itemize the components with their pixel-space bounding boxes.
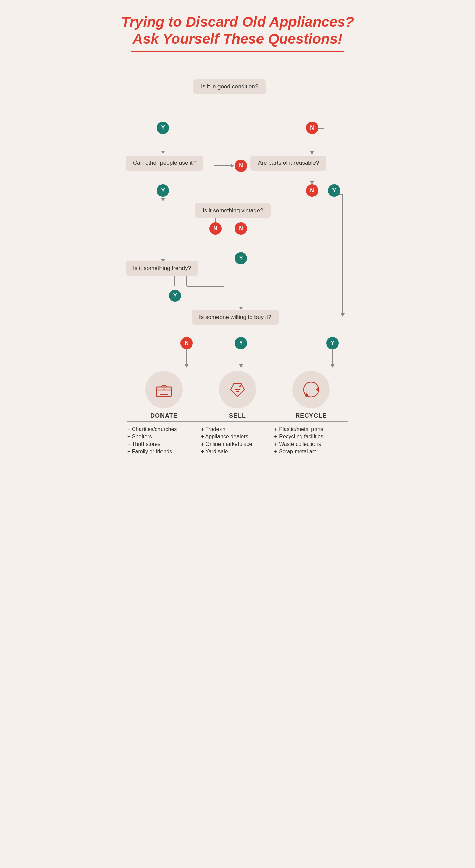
q2-mid-no-label: N <box>235 160 247 172</box>
q2-right-yes-label: Y <box>328 184 340 197</box>
q3-left-no-label: N <box>209 222 222 235</box>
q4-label: Is it something trendy? <box>126 261 198 276</box>
q2-mid-no-badge: N <box>235 160 247 172</box>
flowchart: Is it in good condition? Y N Can other p… <box>119 69 356 364</box>
q4-yes-label: Y <box>169 290 181 302</box>
q3-right-no-badge: N <box>235 222 247 235</box>
svg-marker-34 <box>330 364 335 368</box>
q2-left-yes-label: Y <box>157 184 169 197</box>
q5-no-badge: N <box>180 337 193 349</box>
q1-yes-badge: Y <box>157 122 169 134</box>
q5-label: Is someone willing to buy it? <box>192 310 279 325</box>
q5-yes-mid-label: Y <box>235 337 247 349</box>
q1-no-badge: N <box>306 122 318 134</box>
q2-right-no-badge: N <box>306 184 318 197</box>
svg-marker-17 <box>239 307 243 310</box>
title-divider <box>131 51 344 52</box>
q3-label: Is it something vintage? <box>195 203 271 218</box>
q5-no-label: N <box>180 337 193 349</box>
q1-no-label: N <box>306 122 318 134</box>
svg-marker-32 <box>239 364 243 368</box>
q3-right-no-label: N <box>235 222 247 235</box>
svg-marker-30 <box>185 364 189 368</box>
svg-marker-36 <box>231 164 234 168</box>
title-section: Trying to Discard Old Appliances? Ask Yo… <box>119 14 356 52</box>
svg-marker-38 <box>310 151 314 155</box>
q5-yes-right-badge: Y <box>326 337 339 349</box>
q3-box: Is it something vintage? <box>195 203 271 218</box>
q3-left-no-badge: N <box>209 222 222 235</box>
title-line2: Ask Yourself These Questions! <box>119 31 356 47</box>
q2-right-no-label: N <box>306 184 318 197</box>
title-line1: Trying to Discard Old Appliances? <box>119 14 356 31</box>
q2-left-label: Can other people use it? <box>126 156 203 171</box>
q5-yes-right-label: Y <box>326 337 339 349</box>
q1-yes-label: Y <box>157 122 169 134</box>
q2-right-yes-badge: Y <box>328 184 340 197</box>
q2-left-yes-badge: Y <box>157 184 169 197</box>
q1-box: Is it in good condition? <box>193 79 266 94</box>
q5-yes-mid-badge: Y <box>235 337 247 349</box>
q3-yes-label: Y <box>235 252 247 264</box>
q2-right-box: Are parts of it reusable? <box>250 156 326 171</box>
q5-box: Is someone willing to buy it? <box>192 310 279 325</box>
q2-right-label: Are parts of it reusable? <box>250 156 326 171</box>
q4-box: Is it something trendy? <box>126 261 198 276</box>
q4-yes-badge: Y <box>169 290 181 302</box>
svg-marker-28 <box>341 313 345 317</box>
q3-yes-badge: Y <box>235 252 247 264</box>
q1-label: Is it in good condition? <box>193 79 266 94</box>
svg-marker-8 <box>161 198 165 201</box>
q2-left-box: Can other people use it? <box>126 156 203 171</box>
svg-marker-25 <box>310 181 314 184</box>
svg-marker-5 <box>161 151 165 154</box>
